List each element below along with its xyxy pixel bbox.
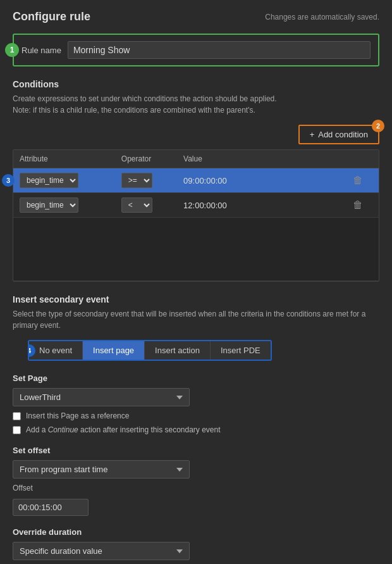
value-cell [177, 193, 346, 218]
autosave-label: Changes are automatically saved. [265, 13, 379, 22]
override-duration-title: Override duration [13, 527, 379, 537]
operator-cell: < >= [115, 193, 177, 218]
table-header-row: Attribute Operator Value [13, 150, 379, 168]
insert-tabs-wrapper: 4 No event Insert page Insert action Ins… [28, 340, 272, 361]
set-page-title: Set Page [13, 373, 379, 383]
delete-cell: 🗑 [346, 193, 379, 218]
col-value: Value [177, 150, 346, 168]
step-badge-3: 3 [2, 174, 15, 187]
continue-checkbox[interactable] [13, 426, 21, 434]
secondary-desc: Select the type of secondary event that … [13, 308, 379, 331]
tab-insert-page[interactable]: Insert page [83, 341, 145, 360]
secondary-section: Insert secondary event Select the type o… [13, 294, 379, 361]
set-offset-section: Set offset From program start time From … [13, 446, 379, 516]
continue-label-prefix: Add a Continue action after inserting th… [26, 425, 221, 434]
tab-no-event[interactable]: No event [29, 341, 83, 360]
col-actions [346, 150, 379, 168]
conditions-table-wrapper: Attribute Operator Value 3 begin_time [13, 149, 379, 282]
conditions-section: Conditions Create expressions to set und… [13, 79, 379, 282]
operator-select[interactable]: >= < [121, 173, 152, 188]
reference-label: Insert this Page as a reference [26, 411, 129, 420]
plus-icon: + [310, 130, 315, 139]
delete-icon[interactable]: 🗑 [353, 199, 363, 210]
set-page-section: Set Page LowerThird Page2 Page3 Insert t… [13, 373, 379, 434]
step-badge-1: 1 [5, 43, 19, 57]
checkbox-row-reference: Insert this Page as a reference [13, 411, 379, 420]
offset-input[interactable] [13, 499, 89, 516]
col-operator: Operator [115, 150, 177, 168]
tab-insert-pde[interactable]: Insert PDE [211, 341, 271, 360]
tab-insert-action[interactable]: Insert action [145, 341, 211, 360]
rule-name-section: 1 Rule name [13, 34, 379, 66]
operator-select[interactable]: < >= [121, 197, 152, 213]
delete-icon[interactable]: 🗑 [353, 175, 363, 185]
empty-rows [13, 218, 379, 281]
step-badge-2: 2 [372, 120, 384, 132]
conditions-desc: Create expressions to set under which co… [13, 93, 379, 116]
col-attribute: Attribute [13, 150, 115, 168]
conditions-header: + Add condition 2 [13, 125, 379, 144]
set-offset-title: Set offset [13, 446, 379, 455]
override-duration-section: Override duration Specific duration valu… [13, 527, 379, 564]
rule-name-label: Rule name [21, 46, 61, 55]
conditions-title: Conditions [13, 79, 379, 89]
page-select[interactable]: LowerThird Page2 Page3 [13, 388, 190, 406]
page-title: Configure rule [13, 10, 90, 23]
checkbox-row-continue: Add a Continue action after inserting th… [13, 425, 379, 434]
delete-cell: 🗑 [346, 168, 379, 193]
value-cell [177, 168, 346, 193]
add-condition-button[interactable]: + Add condition 2 [298, 125, 379, 144]
reference-checkbox[interactable] [13, 412, 21, 420]
attribute-cell: begin_time [13, 193, 115, 218]
operator-cell: >= < [115, 168, 177, 193]
attribute-cell: 3 begin_time [13, 168, 115, 193]
offset-label: Offset [13, 484, 379, 492]
insert-tabs-row: 4 No event Insert page Insert action Ins… [13, 340, 379, 361]
attribute-select[interactable]: begin_time [20, 197, 78, 213]
value-input[interactable] [183, 201, 340, 210]
value-input[interactable] [183, 176, 340, 185]
table-row: 3 begin_time >= < [13, 168, 379, 193]
attribute-select[interactable]: begin_time [20, 173, 78, 188]
conditions-table: Attribute Operator Value 3 begin_time [13, 150, 379, 281]
offset-type-select[interactable]: From program start time From event start… [13, 460, 190, 479]
secondary-title: Insert secondary event [13, 294, 379, 304]
table-row: begin_time < >= [13, 193, 379, 218]
duration-type-select[interactable]: Specific duration value None [13, 542, 190, 560]
rule-name-input[interactable] [68, 41, 371, 59]
